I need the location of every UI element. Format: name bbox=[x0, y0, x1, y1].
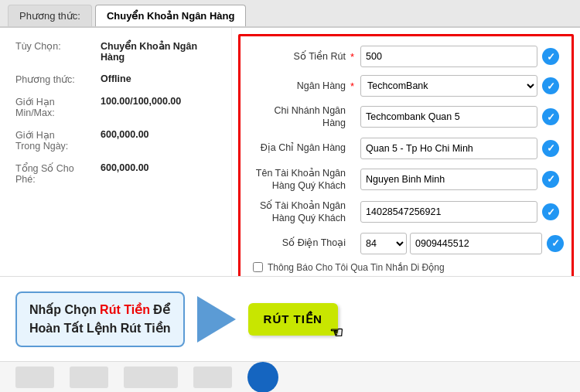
form-row-so-tien-rut: Số Tiền Rút * bbox=[253, 46, 559, 67]
logos-bar bbox=[0, 361, 580, 392]
logo-2 bbox=[70, 366, 108, 388]
logo-4 bbox=[193, 366, 232, 388]
input-dia-chi[interactable] bbox=[360, 138, 537, 159]
form-row-ngan-hang: Ngân Hàng * TechcomBank Vietcombank BIDV bbox=[253, 75, 559, 97]
checkbox-notification-label: Thông Báo Cho Tôi Qua Tin Nhắn Di Động bbox=[268, 262, 445, 273]
label-gioi-han-min-max: Giới HạnMin/Max: bbox=[15, 96, 101, 118]
rut-tien-button[interactable]: RÚT TIỀN ☜ bbox=[248, 303, 338, 336]
label-gioi-han-trong-ngay: Giới HạnTrong Ngày: bbox=[15, 129, 101, 152]
check-icon-1 bbox=[542, 48, 559, 65]
label-dia-chi: Địa Chỉ Ngân Hàng bbox=[253, 141, 346, 154]
checkbox-notification[interactable] bbox=[253, 262, 263, 272]
info-row-tuy-chon: Tùy Chọn: Chuyển Khoản NgânHàng bbox=[15, 40, 216, 63]
tab-phuong-thuc-label: Phương thức: bbox=[19, 10, 80, 22]
check-icon-7 bbox=[547, 235, 564, 252]
label-tuy-chon: Tùy Chọn: bbox=[15, 40, 101, 52]
required-star-2: * bbox=[350, 80, 354, 92]
logo-3 bbox=[124, 366, 178, 388]
label-ngan-hang: Ngân Hàng bbox=[253, 80, 346, 92]
rut-tien-label: RÚT TIỀN bbox=[264, 312, 322, 326]
tab-phuong-thuc[interactable]: Phương thức: bbox=[8, 5, 92, 26]
callout-text-part1: Nhấp Chọn bbox=[29, 303, 100, 316]
required-star-1: * bbox=[350, 51, 354, 63]
info-row-gioi-han-trong-ngay: Giới HạnTrong Ngày: 600,000.00 bbox=[15, 129, 216, 152]
tab-chuyen-khoan-label: Chuyển Khoản Ngân Hàng bbox=[107, 10, 235, 22]
form-row-chi-nhanh: Chi Nhánh NgânHàng * bbox=[253, 104, 559, 130]
phone-group: 84 1 44 bbox=[360, 233, 542, 254]
info-row-tong-so-cho-phe: Tổng Số ChoPhé: 600,000.00 bbox=[15, 162, 216, 185]
info-row-phuong-thuc: Phương thức: Offline bbox=[15, 73, 216, 85]
value-tuy-chon: Chuyển Khoản NgânHàng bbox=[101, 40, 197, 63]
arrow-icon bbox=[197, 296, 236, 343]
label-phuong-thuc: Phương thức: bbox=[15, 73, 101, 85]
tab-bar: Phương thức: Chuyển Khoản Ngân Hàng bbox=[0, 0, 580, 28]
value-gioi-han-trong-ngay: 600,000.00 bbox=[101, 129, 149, 140]
form-row-so-tai-khoan: Số Tài Khoản NgânHàng Quý Khách * bbox=[253, 199, 559, 225]
info-row-gioi-han-min-max: Giới HạnMin/Max: 100.00/100,000.00 bbox=[15, 96, 216, 118]
callout-text-red: Rút Tiền bbox=[100, 303, 150, 316]
bottom-action-area: Nhấp Chọn Rút Tiền ĐểHoàn Tất Lệnh Rút T… bbox=[0, 276, 580, 361]
label-chi-nhanh: Chi Nhánh NgânHàng bbox=[253, 104, 346, 130]
logo-1 bbox=[15, 366, 54, 388]
input-so-tien-rut[interactable] bbox=[360, 46, 537, 67]
tab-chuyen-khoan[interactable]: Chuyển Khoản Ngân Hàng bbox=[95, 5, 247, 26]
check-icon-6 bbox=[542, 203, 559, 220]
logo-5 bbox=[247, 362, 278, 393]
check-icon-4 bbox=[542, 140, 559, 157]
form-row-dia-chi: Địa Chỉ Ngân Hàng * bbox=[253, 138, 559, 159]
input-ten-tai-khoan[interactable] bbox=[360, 169, 537, 190]
check-icon-3 bbox=[542, 108, 559, 125]
value-tong-so-cho-phe: 600,000.00 bbox=[101, 162, 149, 173]
select-ngan-hang[interactable]: TechcomBank Vietcombank BIDV bbox=[360, 75, 537, 97]
checkbox-row-notification: Thông Báo Cho Tôi Qua Tin Nhắn Di Động bbox=[253, 262, 559, 273]
input-so-tai-khoan[interactable] bbox=[360, 201, 537, 223]
label-so-tien-rut: Số Tiền Rút bbox=[253, 50, 346, 63]
value-gioi-han-min-max: 100.00/100,000.00 bbox=[101, 96, 181, 107]
form-row-so-dien-thoai: Số Điện Thoại * 84 1 44 bbox=[253, 233, 559, 254]
callout-box: Nhấp Chọn Rút Tiền ĐểHoàn Tất Lệnh Rút T… bbox=[15, 291, 185, 347]
value-phuong-thuc: Offline bbox=[101, 73, 131, 84]
check-icon-5 bbox=[542, 171, 559, 188]
label-so-tai-khoan: Số Tài Khoản NgânHàng Quý Khách bbox=[253, 199, 346, 225]
form-row-ten-tai-khoan: Tên Tài Khoản NgânHàng Quý Khách * bbox=[253, 167, 559, 193]
label-ten-tai-khoan: Tên Tài Khoản NgânHàng Quý Khách bbox=[253, 167, 346, 193]
label-tong-so-cho-phe: Tổng Số ChoPhé: bbox=[15, 162, 101, 185]
input-chi-nhanh[interactable] bbox=[360, 106, 537, 128]
check-icon-2 bbox=[542, 77, 559, 94]
cursor-icon: ☜ bbox=[329, 323, 344, 342]
label-so-dien-thoai: Số Điện Thoại bbox=[253, 237, 346, 249]
input-phone-number[interactable] bbox=[410, 233, 542, 254]
select-country-code[interactable]: 84 1 44 bbox=[360, 233, 407, 254]
